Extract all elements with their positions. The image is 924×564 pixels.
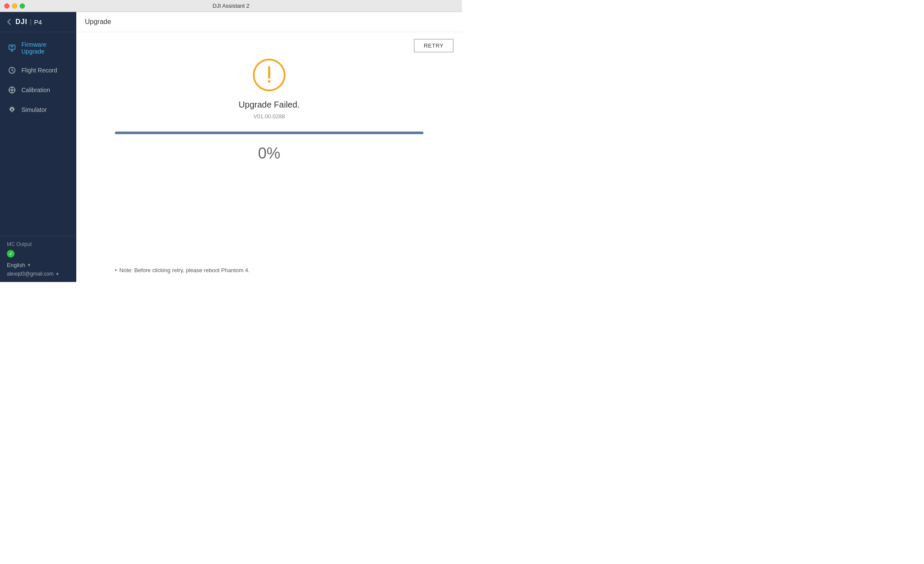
- language-dropdown-arrow: ▼: [27, 263, 31, 267]
- mc-status-indicator: [7, 250, 15, 258]
- back-button[interactable]: [7, 18, 11, 25]
- note-bullet: •: [115, 267, 117, 273]
- email-dropdown-arrow: ▼: [55, 272, 60, 276]
- note-text: • Note: Before clicking retry, please re…: [115, 267, 423, 273]
- titlebar: DJI Assistant 2: [0, 0, 462, 12]
- maximize-button[interactable]: [20, 3, 25, 9]
- content-header: Upgrade: [76, 12, 462, 32]
- sidebar-item-calibration[interactable]: Calibration: [0, 80, 76, 100]
- content-area: Upgrade RETRY Upgrade Failed. V01.00.028…: [76, 12, 462, 282]
- sidebar-header: DJI | P4: [0, 12, 76, 32]
- note-section: • Note: Before clicking retry, please re…: [115, 267, 423, 273]
- sidebar-item-firmware-upgrade[interactable]: Firmware Upgrade: [0, 36, 76, 60]
- firmware-upgrade-label: Firmware Upgrade: [21, 41, 69, 55]
- minimize-button[interactable]: [12, 3, 17, 9]
- sidebar-footer: MC Output English ▼ alexqd3@gmail.com ▼: [0, 236, 76, 282]
- note-content: Note: Before clicking retry, please rebo…: [120, 267, 250, 273]
- flight-record-icon: [8, 66, 16, 75]
- mc-output-label: MC Output: [7, 241, 69, 247]
- firmware-icon: [8, 44, 16, 52]
- progress-bar-container: [115, 132, 423, 134]
- email-selector[interactable]: alexqd3@gmail.com ▼: [7, 271, 69, 277]
- language-selector[interactable]: English ▼: [7, 262, 69, 268]
- close-button[interactable]: [4, 3, 9, 9]
- sidebar-nav: Firmware Upgrade Flight Record: [0, 32, 76, 236]
- retry-button[interactable]: RETRY: [414, 39, 453, 52]
- content-body: RETRY Upgrade Failed. V01.00.0288 0% • N…: [76, 32, 462, 282]
- window-title: DJI Assistant 2: [213, 3, 249, 9]
- language-label: English: [7, 262, 25, 268]
- upgrade-failed-text: Upgrade Failed.: [239, 100, 300, 110]
- upgrade-icon-container: [252, 58, 286, 92]
- simulator-label: Simulator: [21, 106, 47, 113]
- traffic-lights: [4, 3, 25, 9]
- progress-percent: 0%: [258, 144, 280, 162]
- svg-point-20: [268, 80, 270, 83]
- calibration-label: Calibration: [21, 87, 50, 93]
- sidebar-item-flight-record[interactable]: Flight Record: [0, 60, 76, 80]
- flight-record-label: Flight Record: [21, 67, 57, 74]
- model-name: P4: [34, 18, 42, 26]
- simulator-icon: [8, 105, 16, 114]
- content-title: Upgrade: [85, 18, 111, 25]
- svg-point-8: [11, 89, 13, 91]
- dji-logo: DJI | P4: [15, 18, 42, 26]
- email-label: alexqd3@gmail.com: [7, 271, 54, 277]
- version-text: V01.00.0288: [253, 113, 285, 120]
- dji-logo-text: DJI: [15, 18, 27, 26]
- main-layout: DJI | P4 Firmware Upgrade: [0, 12, 462, 282]
- warning-icon: [252, 58, 286, 92]
- svg-point-13: [11, 108, 13, 111]
- calibration-icon: [8, 86, 16, 94]
- sidebar: DJI | P4 Firmware Upgrade: [0, 12, 76, 282]
- logo-divider: |: [30, 18, 32, 25]
- mc-status: [7, 250, 69, 258]
- sidebar-item-simulator[interactable]: Simulator: [0, 100, 76, 120]
